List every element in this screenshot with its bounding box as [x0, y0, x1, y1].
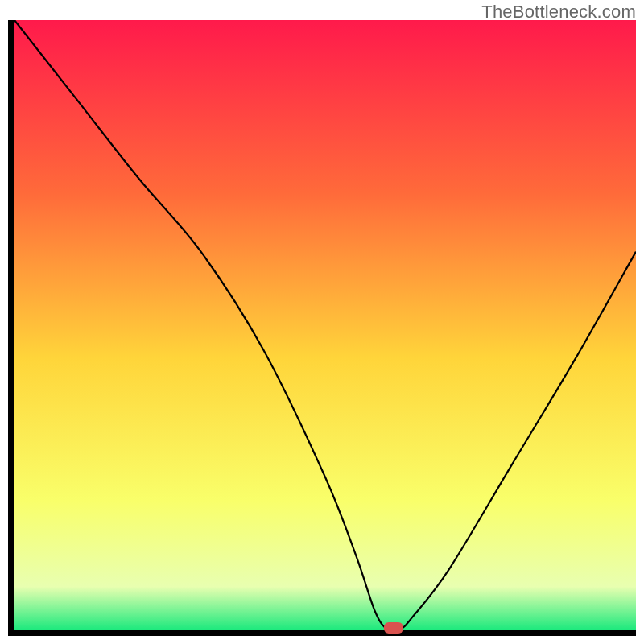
bottleneck-chart: TheBottleneck.com [0, 0, 644, 644]
gradient-background [8, 20, 636, 636]
optimal-marker [384, 622, 403, 634]
chart-svg [8, 20, 636, 636]
y-axis [8, 20, 14, 636]
x-axis [8, 630, 636, 636]
plot-area [8, 20, 636, 636]
